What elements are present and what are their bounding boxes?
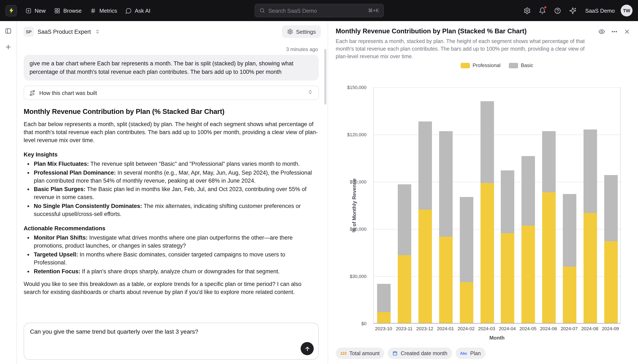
legend-swatch [509,63,518,68]
bar-segment-basic[interactable] [521,156,535,226]
settings-gear-button[interactable] [520,3,535,18]
bar-group [559,87,580,323]
chart-header: Monthly Revenue Contribution by Plan (St… [328,21,638,60]
bar-group [580,87,601,323]
bar-segment-basic[interactable] [398,184,411,256]
bar-segment-basic[interactable] [542,131,556,192]
send-button[interactable] [301,342,314,355]
navbar-right: SaaS Demo TW [520,3,632,18]
help-button[interactable] [551,3,565,18]
expand-collapse-control[interactable] [307,89,313,96]
ai-sparkles-button[interactable] [566,3,580,18]
bar-segment-basic[interactable] [583,130,597,213]
how-chart-was-built-toggle[interactable]: How this chart was built [24,86,319,100]
app-logo[interactable] [6,5,17,16]
metrics-button-label: Metrics [99,8,117,14]
x-axis-tick-label: 2024-07 [560,326,578,331]
bar-group [456,87,477,323]
chat-input[interactable]: Can you give the same trend but quarterl… [30,328,295,350]
ask-ai-button-label: Ask AI [135,8,151,14]
agent-name: SaaS Product Expert [38,28,91,35]
bar-segment-professional[interactable] [480,183,494,323]
bar-group [539,87,559,323]
chat-scroll-area: 3 minutes ago give me a bar chart where … [17,42,328,319]
bar-segment-professional[interactable] [563,266,576,323]
toggle-sidebar-button[interactable] [3,25,14,36]
bar-segment-basic[interactable] [604,175,617,241]
close-panel-button[interactable] [621,26,633,38]
project-switcher[interactable]: SaaS Demo [585,8,615,14]
metrics-button[interactable]: Metrics [86,4,121,17]
y-axis-ticks: $0$30,000$60,000$90,000$120,000$150,000 [328,87,370,324]
global-search[interactable]: ⌘+K [254,4,384,17]
top-navbar: New Browse Metrics Ask AI ⌘+K [0,0,638,21]
ellipsis-icon [611,28,618,35]
notifications-button[interactable] [535,3,550,18]
metric-chip-total-amount[interactable]: 123 Total amount [336,348,384,359]
chart-subtitle: Each bar represents a month, stacked by … [336,38,591,60]
search-shortcut: ⌘+K [368,8,379,14]
bar-segment-basic[interactable] [418,122,432,210]
new-thread-button[interactable] [3,41,14,52]
eye-icon [598,28,605,35]
bar-segment-professional[interactable] [521,226,535,323]
view-chart-button[interactable] [596,26,607,38]
chat-input-area: Can you give the same trend but quarterl… [17,319,328,364]
chip-label: Plan [470,350,481,356]
bar-group [394,87,415,323]
legend-item-basic[interactable]: Basic [509,62,533,68]
bar-segment-professional[interactable] [542,192,556,323]
bar-group [477,87,497,323]
left-rail [0,21,17,364]
x-axis-tick-label: 2023-12 [416,326,433,331]
browse-button[interactable]: Browse [50,4,86,17]
bar-segment-basic[interactable] [501,170,514,234]
browse-button-label: Browse [63,8,82,14]
bullet-lead: Targeted Upsell: [34,252,78,258]
more-options-button[interactable] [608,26,620,38]
search-input[interactable] [268,8,365,14]
abc-field-icon: Abc [460,351,467,355]
bar-segment-professional[interactable] [418,210,432,323]
user-message: give me a bar chart where Each bar repre… [24,55,319,80]
bar-segment-professional[interactable] [377,312,391,323]
new-button[interactable]: New [21,4,50,17]
bar-segment-professional[interactable] [398,256,411,323]
sparkles-icon [569,7,576,14]
app-root: New Browse Metrics Ask AI ⌘+K [0,0,638,364]
bar-segment-professional[interactable] [501,233,514,323]
bar-segment-basic[interactable] [460,197,473,282]
bar-segment-basic[interactable] [480,101,494,183]
chat-input-box[interactable]: Can you give the same trend but quarterl… [24,323,319,360]
bar-segment-basic[interactable] [439,131,453,236]
bar-segment-basic[interactable] [563,194,576,266]
agent-settings-button[interactable]: Settings [282,25,321,38]
ask-ai-button[interactable]: Ask AI [121,4,155,17]
bar-segment-basic[interactable] [377,284,391,312]
key-insights-list: Plan Mix Fluctuates: The revenue split b… [24,160,319,218]
bullet-text: If a plan's share drops sharply, analyze… [82,268,280,274]
plus-icon [5,43,12,50]
dimension-chip-plan[interactable]: Abc Plan [455,348,485,359]
answer-title: Monthly Revenue Contribution by Plan (% … [24,108,319,116]
x-axis-tick-label: 2024-09 [602,326,619,331]
agent-selector[interactable]: SP SaaS Product Expert [24,26,101,37]
bullet-text: The revenue split between "Basic" and "P… [90,161,299,167]
dimension-chip-created-date-month[interactable]: Created date month [388,348,452,359]
bar-segment-professional[interactable] [439,236,453,323]
legend-item-professional[interactable]: Professional [461,62,501,68]
chat-scrollbar-thumb[interactable] [324,49,327,104]
bar-segment-professional[interactable] [583,213,597,323]
arrow-up-icon [304,345,310,352]
field-chips: 123 Total amount Created date month Abc … [336,348,485,359]
x-axis-tick-label: 2024-04 [499,326,516,331]
y-axis-tick-label: $120,000 [347,132,367,137]
y-axis-tick-label: $0 [362,321,367,326]
chevrons-up-down-icon [95,29,101,34]
bar-segment-professional[interactable] [604,241,617,323]
y-axis-tick-label: $150,000 [347,85,367,90]
user-avatar[interactable]: TW [621,5,632,16]
legend-label: Basic [521,62,533,68]
bar-segment-professional[interactable] [460,282,473,323]
x-axis-tick-label: 2024-08 [581,326,598,331]
